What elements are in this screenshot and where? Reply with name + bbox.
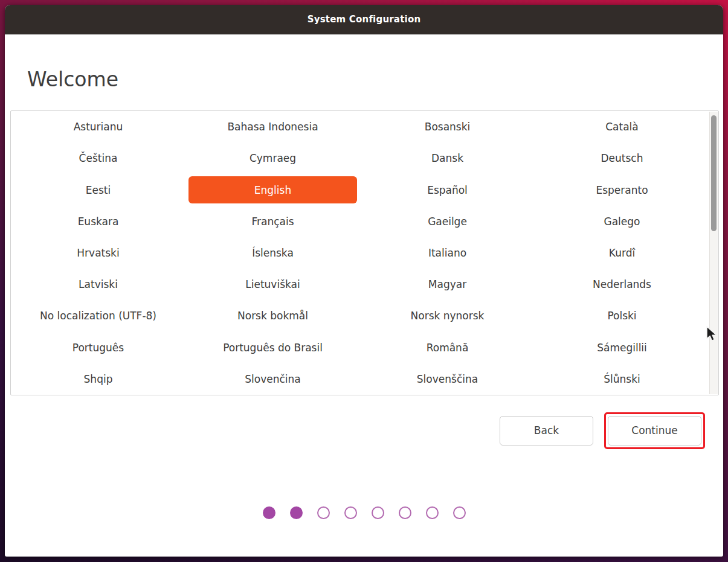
language-option[interactable]: Português: [11, 332, 185, 363]
language-option[interactable]: Esperanto: [535, 174, 709, 205]
language-option[interactable]: Dansk: [360, 142, 535, 174]
desktop-background: System Configuration Welcome AsturianuBa…: [0, 0, 728, 562]
selected-language-highlight: English: [188, 176, 357, 203]
language-option[interactable]: Português do Brasil: [185, 332, 360, 363]
language-option[interactable]: Gaeilge: [360, 206, 535, 237]
window-titlebar[interactable]: System Configuration: [5, 5, 723, 34]
progress-dot: [290, 506, 303, 519]
continue-button[interactable]: Continue: [608, 416, 701, 445]
progress-dot: [426, 506, 439, 519]
language-option[interactable]: Lietuviškai: [185, 269, 360, 300]
progress-dot: [399, 506, 411, 519]
language-option[interactable]: Shqip: [11, 363, 185, 395]
language-option[interactable]: Sámegillii: [535, 332, 709, 363]
language-option[interactable]: Cymraeg: [185, 142, 360, 174]
language-option-selected[interactable]: English: [185, 174, 360, 205]
language-option[interactable]: Deutsch: [535, 142, 709, 174]
language-option[interactable]: No localization (UTF-8): [11, 300, 185, 331]
system-configuration-window: System Configuration Welcome AsturianuBa…: [5, 5, 723, 557]
footer-button-row: Back Continue: [500, 410, 705, 450]
language-option[interactable]: Bosanski: [360, 111, 535, 142]
language-option[interactable]: Norsk nynorsk: [360, 300, 535, 331]
scrollbar-thumb[interactable]: [711, 115, 717, 231]
language-option[interactable]: Čeština: [11, 142, 185, 174]
language-option[interactable]: Magyar: [360, 269, 535, 300]
language-option[interactable]: Euskara: [11, 206, 185, 237]
language-option[interactable]: Kurdî: [535, 237, 709, 269]
language-option[interactable]: Slovenčina: [185, 363, 360, 395]
language-grid: AsturianuBahasa IndonesiaBosanskiCatalàČ…: [11, 111, 709, 395]
window-title: System Configuration: [308, 14, 421, 25]
language-option[interactable]: Nederlands: [535, 269, 709, 300]
progress-dot: [344, 506, 357, 519]
page-title: Welcome: [27, 68, 118, 91]
language-list-panel: AsturianuBahasa IndonesiaBosanskiCatalàČ…: [10, 110, 719, 395]
progress-dot: [263, 506, 275, 519]
language-option[interactable]: Română: [360, 332, 535, 363]
progress-dots: [5, 506, 723, 519]
progress-dot: [317, 506, 330, 519]
language-option[interactable]: Latviski: [11, 269, 185, 300]
language-option[interactable]: Bahasa Indonesia: [185, 111, 360, 142]
language-option[interactable]: Galego: [535, 206, 709, 237]
progress-dot: [453, 506, 466, 519]
language-option[interactable]: Eesti: [11, 174, 185, 205]
language-option[interactable]: Hrvatski: [11, 237, 185, 269]
language-option[interactable]: Polski: [535, 300, 709, 331]
language-option[interactable]: Italiano: [360, 237, 535, 269]
language-option[interactable]: Norsk bokmål: [185, 300, 360, 331]
language-option[interactable]: Català: [535, 111, 709, 142]
language-option[interactable]: Español: [360, 174, 535, 205]
back-button[interactable]: Back: [500, 416, 593, 445]
language-option[interactable]: Slovenščina: [360, 363, 535, 395]
scrollbar-track[interactable]: [709, 112, 718, 394]
language-option[interactable]: Íslenska: [185, 237, 360, 269]
continue-highlight-annotation: Continue: [604, 412, 705, 449]
language-option[interactable]: Ślůnski: [535, 363, 709, 395]
language-option[interactable]: Français: [185, 206, 360, 237]
language-option[interactable]: Asturianu: [11, 111, 185, 142]
progress-dot: [372, 506, 384, 519]
